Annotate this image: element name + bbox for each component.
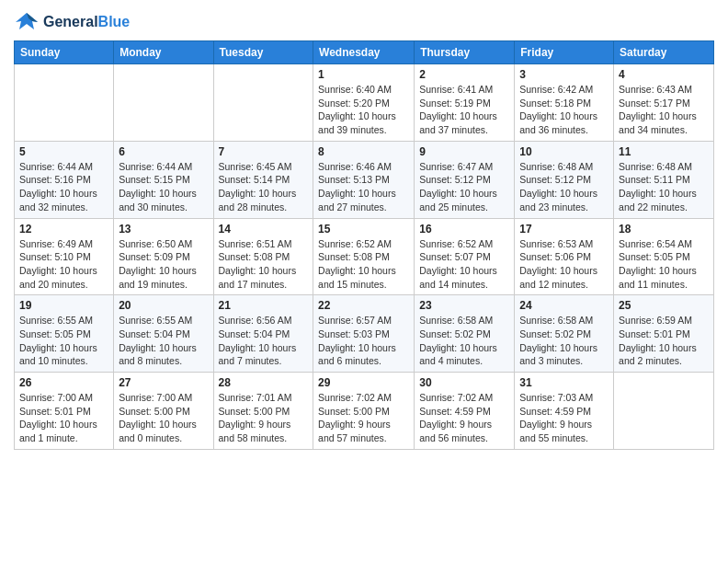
day-number: 17 <box>519 223 609 236</box>
day-number: 20 <box>119 299 208 312</box>
day-info: Sunrise: 7:03 AMSunset: 4:59 PMDaylight:… <box>519 391 609 445</box>
calendar-cell: 5Sunrise: 6:44 AMSunset: 5:16 PMDaylight… <box>15 141 114 218</box>
weekday-header: Thursday <box>415 41 515 64</box>
day-info: Sunrise: 6:44 AMSunset: 5:15 PMDaylight:… <box>119 160 208 214</box>
calendar-cell: 7Sunrise: 6:45 AMSunset: 5:14 PMDaylight… <box>213 141 313 218</box>
day-number: 29 <box>318 376 409 389</box>
day-number: 18 <box>619 223 709 236</box>
calendar-cell: 26Sunrise: 7:00 AMSunset: 5:01 PMDayligh… <box>15 373 114 450</box>
calendar-cell: 11Sunrise: 6:48 AMSunset: 5:11 PMDayligh… <box>614 141 714 218</box>
day-info: Sunrise: 6:58 AMSunset: 5:02 PMDaylight:… <box>419 314 509 368</box>
logo: GeneralBlue <box>14 9 130 35</box>
day-info: Sunrise: 7:02 AMSunset: 4:59 PMDaylight:… <box>419 391 509 445</box>
day-info: Sunrise: 6:54 AMSunset: 5:05 PMDaylight:… <box>619 237 709 292</box>
day-number: 8 <box>318 145 409 158</box>
weekday-header: Monday <box>114 41 213 64</box>
day-number: 27 <box>119 376 208 389</box>
calendar-cell <box>614 373 714 450</box>
calendar-cell: 1Sunrise: 6:40 AMSunset: 5:20 PMDaylight… <box>313 64 415 142</box>
calendar-cell: 16Sunrise: 6:52 AMSunset: 5:07 PMDayligh… <box>415 218 515 295</box>
calendar-week-row: 19Sunrise: 6:55 AMSunset: 5:05 PMDayligh… <box>15 295 714 373</box>
weekday-header: Wednesday <box>313 41 415 64</box>
calendar-cell <box>114 64 213 142</box>
calendar-cell: 8Sunrise: 6:46 AMSunset: 5:13 PMDaylight… <box>313 141 415 218</box>
calendar-cell: 14Sunrise: 6:51 AMSunset: 5:08 PMDayligh… <box>213 218 313 295</box>
day-info: Sunrise: 6:42 AMSunset: 5:18 PMDaylight:… <box>519 83 609 137</box>
calendar-cell: 9Sunrise: 6:47 AMSunset: 5:12 PMDaylight… <box>415 141 515 218</box>
calendar-cell: 12Sunrise: 6:49 AMSunset: 5:10 PMDayligh… <box>15 218 114 295</box>
calendar-cell: 30Sunrise: 7:02 AMSunset: 4:59 PMDayligh… <box>415 373 515 450</box>
day-info: Sunrise: 6:40 AMSunset: 5:20 PMDaylight:… <box>318 83 409 137</box>
day-info: Sunrise: 6:41 AMSunset: 5:19 PMDaylight:… <box>419 83 509 137</box>
logo-icon <box>14 9 40 35</box>
calendar-cell: 17Sunrise: 6:53 AMSunset: 5:06 PMDayligh… <box>515 218 614 295</box>
day-number: 14 <box>219 223 309 236</box>
calendar-cell: 21Sunrise: 6:56 AMSunset: 5:04 PMDayligh… <box>213 295 313 373</box>
day-info: Sunrise: 6:50 AMSunset: 5:09 PMDaylight:… <box>119 237 208 292</box>
calendar-cell: 25Sunrise: 6:59 AMSunset: 5:01 PMDayligh… <box>614 295 714 373</box>
day-info: Sunrise: 6:48 AMSunset: 5:11 PMDaylight:… <box>619 160 709 214</box>
calendar-week-row: 26Sunrise: 7:00 AMSunset: 5:01 PMDayligh… <box>15 373 714 450</box>
day-info: Sunrise: 6:49 AMSunset: 5:10 PMDaylight:… <box>19 237 108 292</box>
calendar-cell: 20Sunrise: 6:55 AMSunset: 5:04 PMDayligh… <box>114 295 213 373</box>
page: GeneralBlue SundayMondayTuesdayWednesday… <box>0 0 728 459</box>
calendar-week-row: 12Sunrise: 6:49 AMSunset: 5:10 PMDayligh… <box>15 218 714 295</box>
weekday-header: Saturday <box>614 41 714 64</box>
calendar-cell: 10Sunrise: 6:48 AMSunset: 5:12 PMDayligh… <box>515 141 614 218</box>
day-number: 5 <box>19 145 108 158</box>
day-info: Sunrise: 7:02 AMSunset: 5:00 PMDaylight:… <box>318 391 409 445</box>
day-info: Sunrise: 6:57 AMSunset: 5:03 PMDaylight:… <box>318 314 409 368</box>
calendar-cell: 15Sunrise: 6:52 AMSunset: 5:08 PMDayligh… <box>313 218 415 295</box>
day-info: Sunrise: 7:00 AMSunset: 5:00 PMDaylight:… <box>119 391 208 445</box>
day-number: 26 <box>19 376 108 389</box>
calendar-cell: 6Sunrise: 6:44 AMSunset: 5:15 PMDaylight… <box>114 141 213 218</box>
day-number: 7 <box>219 145 309 158</box>
calendar-cell: 28Sunrise: 7:01 AMSunset: 5:00 PMDayligh… <box>213 373 313 450</box>
calendar-cell <box>213 64 313 142</box>
day-number: 1 <box>318 68 409 81</box>
calendar-cell: 22Sunrise: 6:57 AMSunset: 5:03 PMDayligh… <box>313 295 415 373</box>
day-info: Sunrise: 6:55 AMSunset: 5:05 PMDaylight:… <box>19 314 108 368</box>
calendar-table: SundayMondayTuesdayWednesdayThursdayFrid… <box>14 40 714 450</box>
day-number: 31 <box>519 376 609 389</box>
day-number: 6 <box>119 145 208 158</box>
day-number: 19 <box>19 299 108 312</box>
calendar-cell: 31Sunrise: 7:03 AMSunset: 4:59 PMDayligh… <box>515 373 614 450</box>
day-number: 3 <box>519 68 609 81</box>
day-info: Sunrise: 7:01 AMSunset: 5:00 PMDaylight:… <box>219 391 309 445</box>
day-number: 23 <box>419 299 509 312</box>
weekday-header: Friday <box>515 41 614 64</box>
day-number: 10 <box>519 145 609 158</box>
day-info: Sunrise: 6:55 AMSunset: 5:04 PMDaylight:… <box>119 314 208 368</box>
calendar-cell: 18Sunrise: 6:54 AMSunset: 5:05 PMDayligh… <box>614 218 714 295</box>
calendar-cell: 2Sunrise: 6:41 AMSunset: 5:19 PMDaylight… <box>415 64 515 142</box>
calendar-cell <box>15 64 114 142</box>
day-number: 16 <box>419 223 509 236</box>
weekday-header: Tuesday <box>213 41 313 64</box>
day-number: 12 <box>19 223 108 236</box>
calendar-cell: 19Sunrise: 6:55 AMSunset: 5:05 PMDayligh… <box>15 295 114 373</box>
day-info: Sunrise: 6:46 AMSunset: 5:13 PMDaylight:… <box>318 160 409 214</box>
day-info: Sunrise: 6:43 AMSunset: 5:17 PMDaylight:… <box>619 83 709 137</box>
day-info: Sunrise: 6:47 AMSunset: 5:12 PMDaylight:… <box>419 160 509 214</box>
day-number: 25 <box>619 299 709 312</box>
day-info: Sunrise: 6:53 AMSunset: 5:06 PMDaylight:… <box>519 237 609 292</box>
day-info: Sunrise: 6:58 AMSunset: 5:02 PMDaylight:… <box>519 314 609 368</box>
day-number: 9 <box>419 145 509 158</box>
calendar-cell: 13Sunrise: 6:50 AMSunset: 5:09 PMDayligh… <box>114 218 213 295</box>
day-number: 21 <box>219 299 309 312</box>
calendar-cell: 3Sunrise: 6:42 AMSunset: 5:18 PMDaylight… <box>515 64 614 142</box>
day-info: Sunrise: 6:45 AMSunset: 5:14 PMDaylight:… <box>219 160 309 214</box>
day-number: 15 <box>318 223 409 236</box>
calendar-header-row: SundayMondayTuesdayWednesdayThursdayFrid… <box>15 41 714 64</box>
day-number: 11 <box>619 145 709 158</box>
day-info: Sunrise: 6:52 AMSunset: 5:08 PMDaylight:… <box>318 237 409 292</box>
day-number: 24 <box>519 299 609 312</box>
weekday-header: Sunday <box>15 41 114 64</box>
day-number: 4 <box>619 68 709 81</box>
calendar-cell: 23Sunrise: 6:58 AMSunset: 5:02 PMDayligh… <box>415 295 515 373</box>
day-info: Sunrise: 6:51 AMSunset: 5:08 PMDaylight:… <box>219 237 309 292</box>
calendar-week-row: 1Sunrise: 6:40 AMSunset: 5:20 PMDaylight… <box>15 64 714 142</box>
day-info: Sunrise: 6:59 AMSunset: 5:01 PMDaylight:… <box>619 314 709 368</box>
day-number: 30 <box>419 376 509 389</box>
